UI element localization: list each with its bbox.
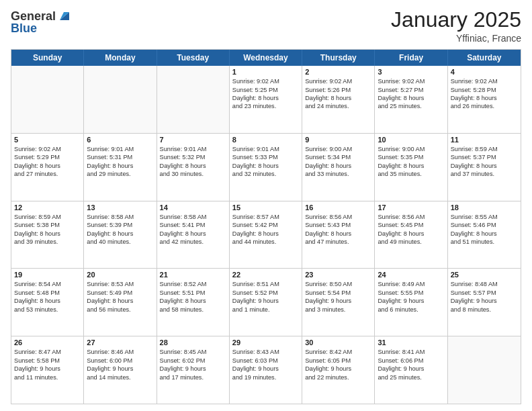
day-info-line: and 33 minutes. — [305, 170, 371, 178]
day-number: 28 — [160, 338, 226, 347]
day-cell-21: 21Sunrise: 8:52 AMSunset: 5:51 PMDayligh… — [157, 269, 230, 336]
day-info-line: Daylight: 8 hours — [305, 94, 371, 102]
day-info-line: Sunrise: 8:46 AM — [87, 348, 153, 356]
day-cell-24: 24Sunrise: 8:49 AMSunset: 5:55 PMDayligh… — [375, 269, 447, 336]
day-number: 26 — [14, 338, 81, 347]
day-info-line: Sunset: 5:58 PM — [14, 357, 81, 365]
day-info-line: Sunrise: 9:01 AM — [87, 145, 153, 153]
day-info-line: Sunset: 6:05 PM — [305, 357, 371, 365]
day-info-line: Sunrise: 8:41 AM — [378, 348, 444, 356]
day-info-line: Sunset: 6:00 PM — [87, 357, 153, 365]
day-info-line: and 25 minutes. — [378, 102, 444, 110]
day-cell-empty-0-2 — [157, 66, 230, 133]
day-info-line: Sunrise: 9:02 AM — [14, 145, 81, 153]
day-info-line: and 51 minutes. — [451, 238, 518, 246]
calendar-row-4: 19Sunrise: 8:54 AMSunset: 5:48 PMDayligh… — [11, 268, 521, 336]
day-number: 9 — [305, 136, 371, 144]
header-day-monday: Monday — [84, 50, 157, 66]
day-cell-9: 9Sunrise: 9:00 AMSunset: 5:34 PMDaylight… — [302, 134, 375, 201]
logo: General Blue — [11, 8, 72, 36]
day-info-line: Daylight: 8 hours — [160, 297, 226, 305]
day-cell-23: 23Sunrise: 8:50 AMSunset: 5:54 PMDayligh… — [302, 269, 375, 336]
day-info-line: Sunrise: 8:43 AM — [232, 348, 299, 356]
day-info-line: and 25 minutes. — [378, 373, 444, 381]
day-cell-12: 12Sunrise: 8:59 AMSunset: 5:38 PMDayligh… — [11, 201, 84, 269]
day-info-line: Sunrise: 9:02 AM — [232, 77, 299, 85]
day-cell-31: 31Sunrise: 8:41 AMSunset: 6:06 PMDayligh… — [375, 336, 447, 404]
day-info-line: Sunset: 5:41 PM — [160, 221, 226, 229]
day-number: 24 — [378, 271, 444, 279]
day-cell-26: 26Sunrise: 8:47 AMSunset: 5:58 PMDayligh… — [11, 336, 84, 404]
day-number: 14 — [160, 203, 226, 212]
day-cell-15: 15Sunrise: 8:57 AMSunset: 5:42 PMDayligh… — [230, 201, 302, 269]
day-info-line: and 39 minutes. — [14, 238, 81, 246]
day-info-line: Sunset: 6:02 PM — [160, 357, 226, 365]
day-cell-3: 3Sunrise: 9:02 AMSunset: 5:27 PMDaylight… — [375, 66, 447, 133]
day-info-line: and 49 minutes. — [378, 238, 444, 246]
day-info-line: Sunset: 5:55 PM — [378, 289, 444, 297]
day-info-line: Sunset: 5:51 PM — [160, 289, 226, 297]
day-info-line: Daylight: 8 hours — [14, 230, 81, 238]
calendar-row-1: 1Sunrise: 9:02 AMSunset: 5:25 PMDaylight… — [11, 66, 521, 133]
day-info-line: Sunrise: 8:47 AM — [14, 348, 81, 356]
day-info-line: Daylight: 8 hours — [14, 162, 81, 170]
day-info-line: Daylight: 8 hours — [378, 230, 444, 238]
day-info-line: Daylight: 9 hours — [87, 365, 153, 373]
day-cell-empty-4-6 — [448, 336, 521, 404]
day-info-line: and 40 minutes. — [87, 238, 153, 246]
day-number: 25 — [451, 271, 518, 279]
day-number: 18 — [451, 203, 518, 212]
day-info-line: Sunset: 5:28 PM — [451, 86, 518, 94]
day-info-line: Daylight: 8 hours — [378, 94, 444, 102]
day-info-line: Sunset: 5:39 PM — [87, 221, 153, 229]
day-cell-25: 25Sunrise: 8:48 AMSunset: 5:57 PMDayligh… — [448, 269, 521, 336]
day-info-line: Sunrise: 8:59 AM — [451, 145, 518, 153]
day-cell-7: 7Sunrise: 9:01 AMSunset: 5:32 PMDaylight… — [157, 134, 230, 201]
header-day-tuesday: Tuesday — [157, 50, 230, 66]
page: General Blue January 2025 Yffiniac, Fran… — [0, 0, 532, 411]
day-number: 21 — [160, 271, 226, 279]
day-info-line: Sunset: 5:43 PM — [305, 221, 371, 229]
day-info-line: and 26 minutes. — [451, 102, 518, 110]
day-number: 19 — [14, 271, 81, 279]
calendar-header: SundayMondayTuesdayWednesdayThursdayFrid… — [11, 50, 521, 66]
day-info-line: and 53 minutes. — [14, 306, 81, 314]
day-info-line: and 1 minute. — [232, 306, 299, 314]
day-number: 7 — [160, 136, 226, 144]
day-number: 31 — [378, 338, 444, 347]
day-info-line: Sunrise: 8:49 AM — [378, 280, 444, 288]
day-cell-28: 28Sunrise: 8:45 AMSunset: 6:02 PMDayligh… — [157, 336, 230, 404]
day-info-line: Sunset: 5:32 PM — [160, 153, 226, 161]
day-number: 1 — [232, 68, 299, 76]
header-day-thursday: Thursday — [302, 50, 375, 66]
day-info-line: Sunrise: 8:50 AM — [305, 280, 371, 288]
day-number: 16 — [305, 203, 371, 212]
day-info-line: and 35 minutes. — [378, 170, 444, 178]
day-cell-19: 19Sunrise: 8:54 AMSunset: 5:48 PMDayligh… — [11, 269, 84, 336]
day-info-line: and 22 minutes. — [305, 373, 371, 381]
day-info-line: Sunset: 5:38 PM — [14, 221, 81, 229]
day-info-line: Sunset: 5:48 PM — [14, 289, 81, 297]
day-info-line: and 19 minutes. — [232, 373, 299, 381]
day-number: 11 — [451, 136, 518, 144]
calendar-row-2: 5Sunrise: 9:02 AMSunset: 5:29 PMDaylight… — [11, 133, 521, 201]
day-number: 6 — [87, 136, 153, 144]
day-cell-22: 22Sunrise: 8:51 AMSunset: 5:52 PMDayligh… — [230, 269, 302, 336]
calendar-row-3: 12Sunrise: 8:59 AMSunset: 5:38 PMDayligh… — [11, 201, 521, 269]
month-title: January 2025 — [391, 8, 521, 32]
day-info-line: Sunrise: 8:57 AM — [232, 213, 299, 221]
day-info-line: Daylight: 9 hours — [378, 297, 444, 305]
day-cell-16: 16Sunrise: 8:56 AMSunset: 5:43 PMDayligh… — [302, 201, 375, 269]
day-info-line: Sunrise: 9:02 AM — [378, 77, 444, 85]
day-info-line: Sunset: 5:45 PM — [378, 221, 444, 229]
day-cell-5: 5Sunrise: 9:02 AMSunset: 5:29 PMDaylight… — [11, 134, 84, 201]
day-number: 8 — [232, 136, 299, 144]
day-info-line: Daylight: 8 hours — [232, 230, 299, 238]
calendar-body: 1Sunrise: 9:02 AMSunset: 5:25 PMDaylight… — [11, 66, 521, 404]
day-info-line: Sunrise: 8:59 AM — [14, 213, 81, 221]
day-info-line: Sunset: 6:06 PM — [378, 357, 444, 365]
day-info-line: Daylight: 8 hours — [378, 162, 444, 170]
day-info-line: and 58 minutes. — [160, 306, 226, 314]
day-info-line: and 6 minutes. — [378, 306, 444, 314]
day-number: 2 — [305, 68, 371, 76]
